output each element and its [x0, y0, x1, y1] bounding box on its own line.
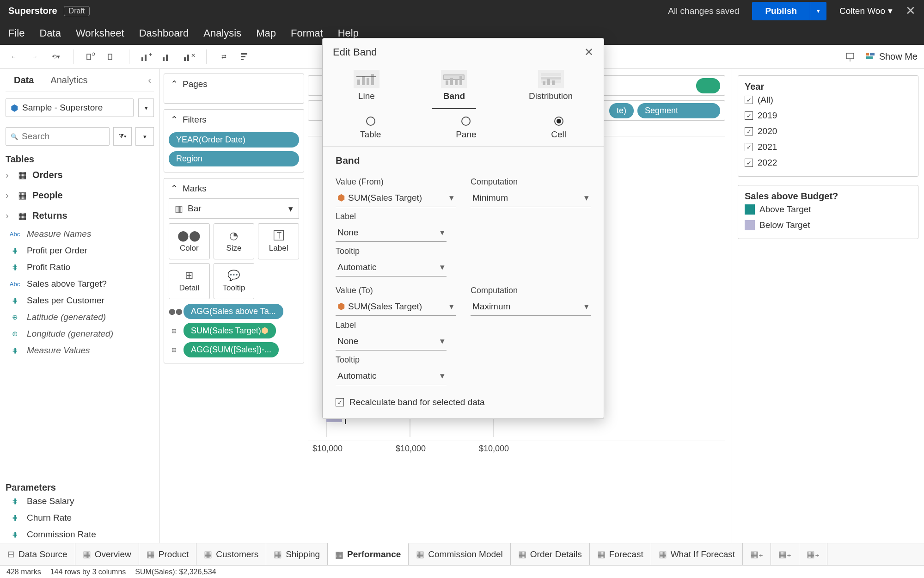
parameter-item[interactable]: ⋕Churn Rate: [6, 510, 154, 526]
year-checkbox[interactable]: ✓(All): [745, 92, 912, 108]
sheet-tab[interactable]: ▦What If Forecast: [651, 543, 743, 565]
scope-cell[interactable]: Cell: [551, 117, 566, 140]
filter-pill[interactable]: Region: [169, 151, 299, 166]
sheet-tab[interactable]: ▦Commission Model: [409, 543, 511, 565]
field-item[interactable]: ⋕Measure Values: [6, 342, 154, 359]
scope-pane[interactable]: Pane: [456, 117, 476, 140]
select-computation-from[interactable]: Minimum▾: [471, 189, 591, 207]
menu-map[interactable]: Map: [256, 27, 276, 39]
clear-icon[interactable]: ✕: [182, 50, 196, 64]
new-dashboard-icon[interactable]: ▦₊: [771, 543, 799, 565]
back-icon[interactable]: ←: [6, 50, 20, 64]
user-menu[interactable]: Colten Woo▾: [839, 6, 893, 16]
field-item[interactable]: ⋕Profit per Order: [6, 242, 154, 259]
mark-pill[interactable]: AGG(Sales above Ta...: [184, 304, 283, 319]
menu-format[interactable]: Format: [291, 27, 323, 39]
new-sheet-icon[interactable]: ▦₊: [743, 543, 771, 565]
filter-pill[interactable]: YEAR(Order Date): [169, 132, 299, 148]
collapse-sidebar-icon[interactable]: ‹: [148, 75, 154, 86]
showme-icon[interactable]: Show Me: [865, 51, 918, 62]
legend-item[interactable]: Above Target: [745, 202, 912, 217]
field-item[interactable]: ⊕Longitude (generated): [6, 326, 154, 342]
undo-dropdown-icon[interactable]: ⟲▾: [49, 50, 63, 64]
rows-pill-date[interactable]: te): [609, 103, 634, 118]
menu-analysis[interactable]: Analysis: [203, 27, 241, 39]
mark-pill[interactable]: SUM(Sales Target) ⬢: [184, 323, 276, 338]
forward-icon[interactable]: →: [28, 50, 42, 64]
tab-data[interactable]: Data: [6, 69, 42, 91]
year-checkbox[interactable]: ✓2021: [745, 139, 912, 155]
label-button[interactable]: 🅃Label: [258, 223, 299, 259]
new-datasource-icon[interactable]: [84, 50, 98, 64]
filter-fields-icon[interactable]: ⧩▾: [113, 127, 132, 146]
menu-worksheet[interactable]: Worksheet: [76, 27, 124, 39]
sheet-tab[interactable]: ▦Forecast: [590, 543, 651, 565]
field-item[interactable]: ⋕Profit Ratio: [6, 259, 154, 276]
select-value-from[interactable]: ⬢SUM(Sales Target)▾: [336, 189, 456, 207]
dialog-close-icon[interactable]: ✕: [584, 46, 594, 59]
table-orders[interactable]: ›▦Orders: [6, 165, 154, 185]
select-computation-to[interactable]: Maximum▾: [471, 297, 591, 316]
menu-data[interactable]: Data: [39, 27, 61, 39]
recalc-checkbox[interactable]: ✓: [336, 398, 344, 406]
sheet-tab[interactable]: ▦Shipping: [266, 543, 328, 565]
label-tooltip2: Tooltip: [336, 355, 591, 365]
size-button[interactable]: ◔Size: [214, 223, 255, 259]
duplicate-icon[interactable]: [161, 50, 175, 64]
select-value-to[interactable]: ⬢SUM(Sales Target)▾: [336, 297, 456, 316]
publish-dropdown[interactable]: ▾: [810, 2, 826, 20]
new-story-icon[interactable]: ▦₊: [799, 543, 827, 565]
select-tooltip-from[interactable]: Automatic▾: [336, 258, 447, 277]
sheet-icon: ▦: [518, 549, 526, 560]
refresh-icon[interactable]: [105, 50, 119, 64]
datasource-dropdown[interactable]: ▾: [138, 98, 154, 117]
close-icon[interactable]: ✕: [906, 4, 916, 18]
menu-dashboard[interactable]: Dashboard: [139, 27, 189, 39]
parameter-item[interactable]: ⋕Commission Rate: [6, 526, 154, 543]
table-people[interactable]: ›▦People: [6, 185, 154, 205]
mark-pill[interactable]: AGG(SUM([Sales])-...: [184, 342, 279, 357]
reftype-band[interactable]: Band: [432, 66, 476, 109]
new-worksheet-icon[interactable]: +: [140, 50, 153, 64]
reftype-distribution[interactable]: Distribution: [520, 66, 582, 109]
publish-button[interactable]: Publish: [752, 2, 810, 20]
menu-file[interactable]: File: [8, 27, 24, 39]
mark-type-select[interactable]: ▥Bar▾: [169, 198, 299, 219]
sheet-tab[interactable]: ⊟Data Source: [0, 543, 75, 565]
pages-shelf[interactable]: ⌃Pages: [164, 74, 304, 104]
select-label-to[interactable]: None▾: [336, 332, 447, 350]
label-computation-to: Computation: [471, 286, 591, 295]
year-checkbox[interactable]: ✓2019: [745, 108, 912, 123]
table-returns[interactable]: ›▦Returns: [6, 205, 154, 226]
swap-icon[interactable]: ⇄: [217, 50, 231, 64]
sheet-tab[interactable]: ▦Product: [139, 543, 196, 565]
parameter-item[interactable]: ⋕Base Salary: [6, 493, 154, 510]
filters-shelf[interactable]: ⌃Filters YEAR(Order Date)Region: [164, 109, 304, 172]
tab-analytics[interactable]: Analytics: [42, 69, 96, 91]
presentation-icon[interactable]: [843, 50, 857, 64]
sort-icon[interactable]: [238, 50, 252, 64]
select-tooltip-to[interactable]: Automatic▾: [336, 367, 447, 385]
sheet-tab[interactable]: ▦Customers: [196, 543, 266, 565]
field-item[interactable]: AbcMeasure Names: [6, 226, 154, 242]
field-item[interactable]: ⊕Latitude (generated): [6, 309, 154, 326]
legend-item[interactable]: Below Target: [745, 217, 912, 233]
tooltip-button[interactable]: 💬Tooltip: [214, 263, 255, 299]
year-checkbox[interactable]: ✓2020: [745, 123, 912, 139]
datasource-select[interactable]: ⬢ Sample - Superstore: [6, 98, 134, 117]
scope-table[interactable]: Table: [360, 117, 381, 140]
select-label-from[interactable]: None▾: [336, 223, 447, 242]
fields-menu-icon[interactable]: ▾: [135, 127, 154, 146]
columns-pill-hidden[interactable]: [696, 78, 720, 93]
search-input[interactable]: [22, 131, 104, 141]
sheet-tab[interactable]: ▦Order Details: [511, 543, 590, 565]
color-button[interactable]: ⬤⬤Color: [169, 223, 210, 259]
sheet-tab[interactable]: ▦Performance: [328, 543, 409, 565]
sheet-tab[interactable]: ▦Overview: [75, 543, 139, 565]
rows-pill-segment[interactable]: Segment: [637, 103, 720, 118]
field-item[interactable]: AbcSales above Target?: [6, 276, 154, 292]
year-checkbox[interactable]: ✓2022: [745, 155, 912, 171]
detail-button[interactable]: ⊞Detail: [169, 263, 210, 299]
field-item[interactable]: ⋕Sales per Customer: [6, 292, 154, 309]
reftype-line[interactable]: Line: [344, 66, 389, 109]
